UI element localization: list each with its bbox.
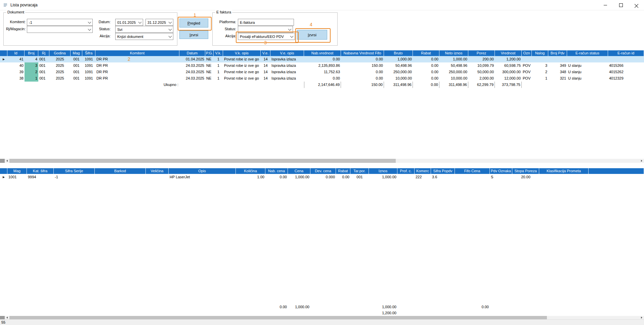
cell: 40 (7, 62, 25, 69)
status-select[interactable]: Svi (115, 26, 173, 33)
akcija-select[interactable]: Knjizi dokument (115, 33, 173, 40)
column-header[interactable]: Barkod (95, 168, 146, 174)
column-header[interactable]: Tar.por. (350, 168, 369, 174)
column-header[interactable]: V.k. opis (223, 50, 261, 56)
scroll-left-button[interactable] (5, 159, 9, 163)
spacer (49, 82, 71, 88)
cell: 14 (261, 75, 270, 82)
izvrsi-efaktura-button[interactable]: Izvrsi (297, 30, 327, 40)
column-header[interactable]: Količina (236, 168, 265, 174)
spacer (261, 82, 270, 88)
scrollbar-thumb[interactable] (9, 159, 396, 163)
main-grid-row[interactable]: 40 3 001 2025 001 1091 DR PR 24.03.2025 … (0, 62, 644, 69)
column-header[interactable]: P.G. (205, 50, 214, 56)
main-grid-row[interactable]: ▶ 41 4 001 2025 001 1091 DR PR 01.04.202… (0, 56, 644, 62)
total-cell: 0.00 (413, 82, 439, 88)
column-header[interactable]: Šifra (82, 50, 95, 56)
spacer (82, 82, 95, 88)
column-header[interactable]: Datum (179, 50, 205, 56)
komitent-select[interactable]: -1 (27, 19, 93, 26)
main-grid-hscrollbar[interactable] (0, 159, 644, 163)
column-header[interactable]: Rj (38, 50, 49, 56)
rj-magacin-select[interactable] (27, 26, 93, 33)
column-header[interactable]: Broj Pdv (548, 50, 567, 56)
izvrsi-dokument-button[interactable]: Izvrsi (179, 31, 208, 39)
column-header[interactable]: Nalog (532, 50, 548, 56)
detail-grid-row[interactable]: ▶ 1001 9994 -1 HP LaserJet 1.00 0.00 1,0… (0, 174, 644, 180)
row-selector (0, 69, 7, 75)
column-header[interactable]: Porez (468, 50, 495, 56)
column-header[interactable]: Prof. c. (397, 168, 415, 174)
column-header[interactable]: Cena (288, 168, 310, 174)
column-header[interactable]: Neto iznos (439, 50, 468, 56)
column-header[interactable]: Kat. šifra (27, 168, 54, 174)
column-header[interactable]: Nab. cena (265, 168, 288, 174)
pregled-button[interactable]: Pregled (179, 18, 208, 28)
column-header[interactable]: Sifra Popdv (431, 168, 455, 174)
column-header[interactable]: Ozn (522, 50, 532, 56)
column-header[interactable]: Veličina (146, 168, 169, 174)
column-header[interactable]: Iznos (369, 168, 397, 174)
column-header[interactable]: Komerc (415, 168, 431, 174)
datum-to-value: 31.12.2025 (147, 20, 166, 25)
column-header[interactable]: Komitent (95, 50, 179, 56)
column-header[interactable]: Fifo Cena (455, 168, 490, 174)
scroll-left-button[interactable] (5, 316, 9, 319)
column-header[interactable]: Mag (71, 50, 82, 56)
cell: 001 (71, 56, 82, 62)
column-header[interactable]: Sifra Serije (54, 168, 95, 174)
column-header[interactable]: E-račun status (567, 50, 608, 56)
main-grid-row[interactable]: 38 1 001 2025 001 1091 DR PR 24.03.2025 … (0, 75, 644, 82)
detail-grid-hscrollbar[interactable] (0, 316, 644, 319)
column-header[interactable]: Id (7, 50, 25, 56)
platforma-input[interactable]: E-faktura (238, 19, 294, 26)
cell (397, 174, 415, 180)
splitter-handle[interactable] (0, 159, 5, 163)
cell: 001 (38, 56, 49, 62)
column-header[interactable]: Stopa Poreza (512, 168, 539, 174)
column-header[interactable]: Pdv Oznaka (490, 168, 512, 174)
efaktura-status-select[interactable] (238, 26, 293, 33)
cell (548, 56, 567, 62)
datum-from-select[interactable]: 01.01.2025 (115, 19, 143, 26)
datum-to-select[interactable]: 31.12.2025 (145, 19, 173, 26)
annotation-step-1: 1 (194, 12, 196, 18)
column-header[interactable]: Dev. cena (310, 168, 336, 174)
maximize-button[interactable] (613, 0, 629, 10)
cell: 24.03.2025 (179, 69, 205, 75)
minimize-icon (604, 5, 607, 5)
akcija-label: Akcija: (84, 34, 111, 38)
column-header[interactable]: Nab.vrednost (304, 50, 341, 56)
efaktura-akcija-select[interactable]: Posalji eFakturu/EEO PDV (238, 33, 295, 40)
column-header[interactable]: Nabavna Vrednost Fifo (341, 50, 384, 56)
cell (567, 56, 608, 62)
column-header[interactable]: Bruto (384, 50, 413, 56)
scroll-right-button[interactable] (639, 316, 644, 319)
cell (455, 174, 490, 180)
column-header[interactable]: Opis (169, 168, 236, 174)
column-header[interactable]: Godina (49, 50, 71, 56)
column-header[interactable]: Broj (25, 50, 38, 56)
column-header[interactable]: Rabat (336, 168, 350, 174)
column-header[interactable]: Mag (7, 168, 27, 174)
column-header[interactable]: Vrednost (495, 50, 522, 56)
main-grid-row[interactable]: 39 2 001 2025 001 1091 DR PR 24.03.2025 … (0, 69, 644, 75)
column-header[interactable]: Rabat (413, 50, 439, 56)
cell: 4015266 (608, 62, 644, 69)
scroll-right-icon (641, 160, 642, 162)
cell: 1,000.00 (369, 174, 397, 180)
column-header[interactable]: V.e. opis (270, 50, 304, 56)
column-header[interactable]: Klasifikacija Prometa (539, 168, 589, 174)
close-button[interactable] (629, 0, 644, 10)
column-header[interactable]: E-račun id (608, 50, 644, 56)
total-cell: 62,299.79 (468, 82, 495, 88)
spacer (214, 82, 223, 88)
cell: 1 (532, 75, 548, 82)
column-header[interactable]: V.e. (261, 50, 270, 56)
scroll-right-button[interactable] (639, 159, 644, 163)
cell: DR PR (95, 62, 179, 69)
column-header[interactable]: V.k. (214, 50, 223, 56)
minimize-button[interactable] (598, 0, 613, 10)
splitter-handle[interactable] (0, 316, 5, 319)
scrollbar-thumb[interactable] (9, 316, 547, 319)
